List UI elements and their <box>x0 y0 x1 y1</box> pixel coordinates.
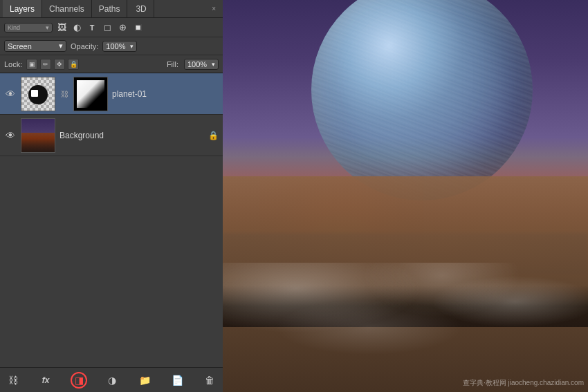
filter-shape-icon[interactable]: ◻ <box>101 21 113 34</box>
layer-lock-icon: 🔒 <box>208 131 219 140</box>
fill-input[interactable]: 100% ▾ <box>184 59 219 70</box>
delete-layer-button[interactable]: 🗑 <box>202 373 217 388</box>
filter-image-icon[interactable]: 🖼 <box>55 21 68 34</box>
layer-thumb-background <box>21 118 55 153</box>
add-mask-button[interactable]: ◨ <box>71 372 87 389</box>
bottom-toolbar: ⛓ fx ◨ ◑ 📁 📄 🗑 <box>0 367 223 392</box>
layer-link-icon: ⛓ <box>59 90 69 98</box>
snow-patches <box>223 263 588 392</box>
landscape-bg: 查字典·教程网 jiaocheng.chazidian.com <box>223 0 588 392</box>
fill-label: Fill: <box>167 60 178 68</box>
canvas-area: 查字典·教程网 jiaocheng.chazidian.com <box>223 0 588 392</box>
panel-tabs: Layers Channels Paths 3D × <box>0 0 223 18</box>
layers-panel: Layers Channels Paths 3D × Kind ▾ 🖼 ◐ T … <box>0 0 223 392</box>
lock-label: Lock: <box>4 60 22 68</box>
adjustment-button[interactable]: ◑ <box>104 373 120 388</box>
lock-toolbar: Lock: ▣ ✏ ✥ 🔒 Fill: 100% ▾ <box>0 55 223 73</box>
watermark: 查字典·教程网 jiaocheng.chazidian.com <box>463 378 584 388</box>
filter-type-icon[interactable]: T <box>86 21 98 34</box>
new-group-button[interactable]: 📁 <box>137 373 152 388</box>
tab-paths[interactable]: Paths <box>92 0 128 17</box>
link-layers-button[interactable]: ⛓ <box>6 373 21 388</box>
lock-image-btn[interactable]: ✏ <box>40 59 51 70</box>
terrain <box>223 176 588 392</box>
blend-mode-dropdown[interactable]: Screen ▾ <box>4 40 66 52</box>
add-style-button[interactable]: fx <box>38 373 53 388</box>
opacity-input[interactable]: 100% ▾ <box>102 41 137 52</box>
layer-visibility-planet-01[interactable]: 👁 <box>4 88 17 100</box>
layer-item-planet-01[interactable]: 👁 ⛓ planet-01 <box>0 73 223 115</box>
layer-visibility-background[interactable]: 👁 <box>4 130 17 141</box>
tab-layers[interactable]: Layers <box>3 0 42 17</box>
tab-3d[interactable]: 3D <box>129 0 154 17</box>
filter-pixel-icon[interactable]: 🔲 <box>131 21 144 34</box>
layer-mask-planet-01 <box>73 77 108 111</box>
new-layer-button[interactable]: 📄 <box>169 373 185 388</box>
layer-thumb-planet-01 <box>21 77 55 111</box>
filter-smart-icon[interactable]: ⊕ <box>116 21 129 34</box>
panel-close[interactable]: × <box>208 5 220 12</box>
tab-channels[interactable]: Channels <box>42 0 92 17</box>
opacity-label: Opacity: <box>71 42 98 50</box>
layer-name-planet-01: planet-01 <box>112 89 219 99</box>
lock-position-btn[interactable]: ✥ <box>54 59 65 70</box>
filter-toolbar: Kind ▾ 🖼 ◐ T ◻ ⊕ 🔲 <box>0 18 223 37</box>
layers-list: 👁 ⛓ planet-01 👁 Background 🔒 <box>0 73 223 367</box>
planet-thumb-highlight <box>31 90 38 97</box>
layer-name-background: Background <box>59 131 204 140</box>
layer-item-background[interactable]: 👁 Background 🔒 <box>0 115 223 156</box>
blend-toolbar: Screen ▾ Opacity: 100% ▾ <box>0 37 223 55</box>
lock-transparent-btn[interactable]: ▣ <box>26 59 37 70</box>
lock-all-btn[interactable]: 🔒 <box>68 59 79 70</box>
planet-overlay <box>311 0 533 200</box>
kind-dropdown[interactable]: Kind ▾ <box>4 23 53 32</box>
filter-adjust-icon[interactable]: ◐ <box>71 21 83 34</box>
